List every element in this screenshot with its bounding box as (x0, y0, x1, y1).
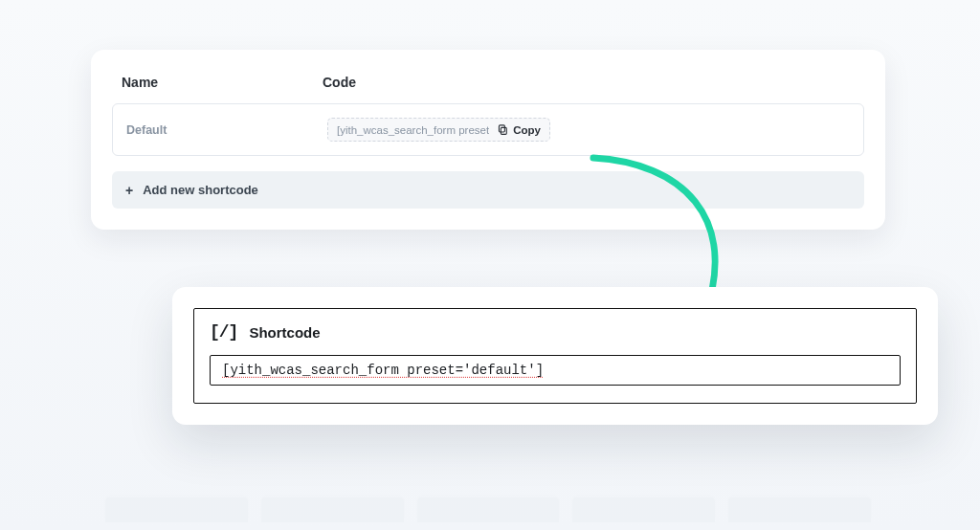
shortcode-text: [yith_wcas_search_form preset (337, 124, 489, 136)
svg-rect-1 (500, 125, 505, 132)
shortcode-editor-card: [/] Shortcode (193, 308, 917, 404)
add-shortcode-label: Add new shortcode (143, 183, 258, 197)
copy-icon (497, 123, 509, 136)
add-shortcode-button[interactable]: + Add new shortcode (112, 171, 864, 209)
shortcode-list-panel: Name Code Default [yith_wcas_search_form… (91, 50, 885, 230)
shortcode-input-wrap[interactable] (210, 355, 901, 386)
copy-button-label: Copy (513, 124, 541, 136)
plus-icon: + (125, 184, 133, 197)
shortcode-editor-title: Shortcode (249, 324, 320, 341)
shortcode-icon: [/] (210, 322, 237, 342)
table-row[interactable]: Default [yith_wcas_search_form preset Co… (112, 103, 864, 156)
copy-button[interactable]: Copy (497, 123, 541, 136)
column-header-name: Name (122, 75, 323, 90)
shortcode-editor-panel: [/] Shortcode (172, 287, 938, 425)
svg-rect-0 (501, 127, 506, 134)
shortcode-copybox: [yith_wcas_search_form preset Copy (327, 118, 550, 142)
column-header-code: Code (323, 75, 855, 90)
background-ghost-tabs (105, 497, 871, 522)
row-name: Default (126, 123, 327, 137)
shortcode-input[interactable] (220, 362, 890, 379)
table-header-row: Name Code (112, 67, 864, 103)
